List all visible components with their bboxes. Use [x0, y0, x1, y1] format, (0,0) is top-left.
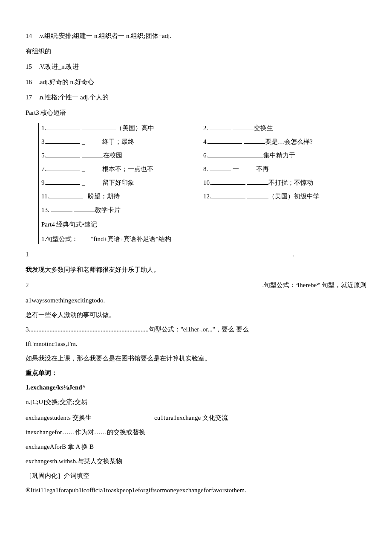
phrase-7: 7. _根本不；一点也不: [41, 164, 203, 174]
vocab-line-17: 17 .n.性格;个性一 adj.个人的: [26, 92, 366, 102]
phrase-1: 1. （美国）高中: [41, 123, 203, 133]
kw-line-ab: exchangestudents 交换生 cu1tura1exchange 文化…: [26, 413, 366, 423]
body-3: a1wayssomethingexcitingtodo.: [26, 295, 366, 305]
vocab-line-16: 16 .adj.好奇的 n.好奇心: [26, 77, 366, 87]
vocab-line-14b: 有组织的: [26, 46, 366, 56]
phrase-12: 12. （美国）初级中学: [203, 191, 366, 201]
phrase-3: 3. _终于；最终: [41, 137, 203, 147]
practice-header: ［巩固内化］介词填空: [26, 471, 366, 481]
body-7: 如果我没在上课，那么我要么是在图书馆要么是在计算机实验室。: [26, 353, 366, 363]
phrase-2: 2. 交换生: [203, 123, 366, 133]
part4-line1: 1.句型公式： "find+宾语+宾语补足语"结构: [41, 234, 366, 244]
phrase-5: 5. 在校园: [41, 150, 203, 160]
kw-line-d: exchangeAforB 拿 A 换 B: [26, 442, 366, 452]
phrase-9: 9. _留下好印象: [41, 177, 203, 188]
keyword-1-def: n.[C;U]交换;交流;交易: [26, 397, 366, 408]
phrase-6: 6.集中精力于: [203, 150, 366, 160]
phrase-4: 4. 要是…会怎么样?: [203, 137, 366, 147]
body-5: 3.......................................…: [26, 324, 366, 334]
practice-q1: ®Itisi11ega1forapub1icofficia1toaskpeop1…: [26, 485, 366, 495]
kw-line-e: exchangesth.withsb.与某人交换某物: [26, 456, 366, 466]
phrase-8: 8. 一不再: [203, 164, 366, 174]
body-1-cn: 我发现大多数同学和老师都很友好并乐于助人。: [26, 264, 366, 275]
phrase-10: 10. 不打扰；不惊动: [203, 177, 366, 188]
phrase-table: 1. （美国）高中 2. 交换生 3. _终于；最终 4. 要是…会怎么样? 5…: [38, 123, 366, 244]
phrase-11: 11. _盼望；期待: [41, 191, 203, 201]
part4-title: Part4 经典句式•速记: [41, 219, 366, 230]
phrase-13: 13. 教学卡片: [41, 205, 203, 215]
body-1-num: 1.: [26, 249, 294, 259]
body-4: 总有一些令人激动的事可以做。: [26, 310, 366, 320]
body-2: 2 .句型公式：ªIherebeʷ 句型，就近原则: [26, 280, 366, 290]
kw-line-c: inexchangefor……作为对……的交换或替换: [26, 427, 366, 437]
part3-title: Part3 核心短语: [26, 108, 366, 118]
vocab-line-15: 15 .V.改进_n.改进: [26, 61, 366, 72]
keyword-1: 1.exchange/ks¹⁄₈Jend^: [26, 382, 366, 392]
vocab-line-14: 14 .v.组织;安排;组建一 n.组织者一 n.组织;团体−adj.: [26, 31, 366, 41]
body-6: IfΓmnotinc1ass,Γm.: [26, 339, 366, 349]
keywords-header: 重点单词：: [26, 368, 366, 378]
